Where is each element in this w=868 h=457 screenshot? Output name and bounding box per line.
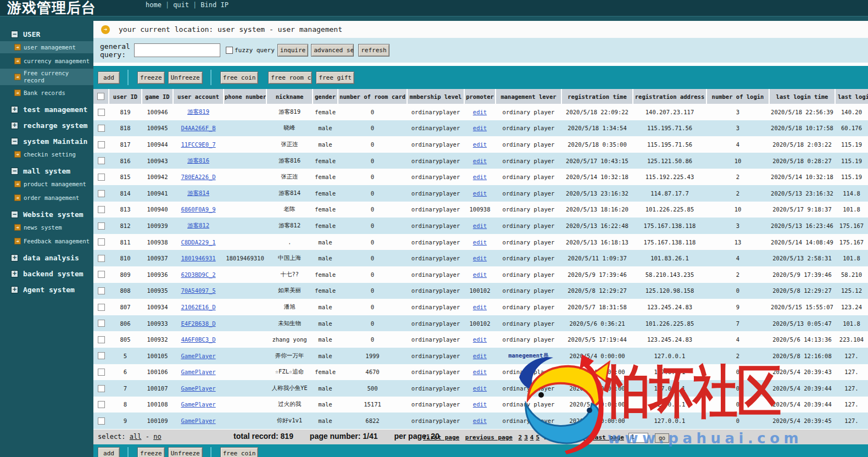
advanced-search-button[interactable]: advanced search — [311, 44, 354, 57]
nav-quit[interactable]: quit — [173, 1, 189, 9]
edit-promoter-link[interactable]: edit — [473, 174, 487, 180]
row-checkbox[interactable] — [98, 190, 105, 197]
select-none-link[interactable]: no — [153, 433, 161, 441]
row-checkbox[interactable] — [98, 141, 105, 148]
user-account-link[interactable]: 游客816 — [187, 157, 209, 164]
sidebar-section-test-management[interactable]: +test management — [0, 104, 93, 115]
user-account-link[interactable]: GamePlayer — [181, 353, 215, 359]
user-account-link[interactable]: 游客814 — [187, 190, 209, 196]
user-account-link[interactable]: D4AA266F_B — [181, 125, 215, 131]
expand-icon[interactable]: + — [11, 106, 18, 113]
sidebar-item-feedback-management[interactable]: ➔Feedback management — [0, 235, 93, 247]
edit-promoter-link[interactable]: edit — [473, 304, 487, 310]
sidebar-section-website-system[interactable]: −Website system — [0, 209, 93, 220]
expand-icon[interactable]: + — [11, 122, 18, 129]
row-checkbox[interactable] — [98, 271, 105, 278]
edit-promoter-link[interactable]: edit — [473, 125, 487, 131]
user-account-link[interactable]: GamePlayer — [181, 401, 215, 408]
row-checkbox[interactable] — [98, 157, 105, 164]
sidebar-item-product-management[interactable]: ➔product management — [0, 178, 93, 190]
inquire-button[interactable]: inquire — [277, 44, 308, 57]
user-account-link[interactable]: 6860F0A9_9 — [181, 206, 215, 213]
row-checkbox[interactable] — [98, 401, 105, 408]
go-button[interactable]: go — [655, 433, 669, 443]
row-checkbox[interactable] — [98, 352, 105, 359]
sidebar-item-bank-records[interactable]: ➔Bank records — [0, 87, 93, 99]
add-button[interactable]: add — [98, 71, 120, 84]
unfreeze-button-bottom[interactable]: Unfreeze — [168, 447, 203, 457]
sidebar-item-checkin-setting[interactable]: ➔checkin setting — [0, 148, 93, 160]
edit-promoter-link[interactable]: edit — [473, 239, 487, 246]
edit-promoter-link[interactable]: edit — [473, 109, 487, 115]
last-page-link[interactable]: last page — [591, 434, 624, 441]
user-account-link[interactable]: 4A6F0BC3_D — [181, 336, 215, 343]
unfreeze-button[interactable]: Unfreeze — [168, 71, 203, 84]
row-checkbox[interactable] — [98, 174, 105, 181]
edit-promoter-link[interactable]: edit — [473, 158, 487, 164]
user-account-link[interactable]: E4F2B638_D — [181, 320, 215, 327]
collapse-icon[interactable]: − — [11, 138, 18, 145]
user-account-link[interactable]: 1801946931 — [181, 255, 215, 261]
user-account-link[interactable]: 21062E16_D — [181, 304, 215, 310]
free-gift-button[interactable]: free gift — [316, 71, 354, 84]
edit-promoter-link[interactable]: edit — [473, 190, 487, 197]
row-checkbox[interactable] — [98, 336, 105, 343]
row-checkbox[interactable] — [98, 222, 105, 230]
user-account-link[interactable]: 游客812 — [187, 222, 209, 228]
query-input[interactable] — [134, 43, 220, 57]
edit-promoter-link[interactable]: edit — [473, 255, 487, 261]
sidebar-section-recharge-system[interactable]: +recharge system — [0, 120, 93, 131]
edit-promoter-link[interactable]: edit — [473, 271, 487, 278]
user-account-link[interactable]: 62D3BD9C_2 — [181, 271, 215, 278]
fuzzy-query-checkbox[interactable] — [226, 47, 233, 54]
expand-icon[interactable]: + — [11, 286, 18, 293]
select-all-link[interactable]: all — [130, 433, 142, 441]
add-button-bottom[interactable]: add — [98, 447, 120, 457]
user-account-link[interactable]: GamePlayer — [181, 385, 215, 392]
row-checkbox[interactable] — [98, 369, 105, 376]
user-account-link[interactable]: 游客819 — [187, 108, 209, 115]
free-coin-button[interactable]: free coin — [220, 71, 259, 84]
edit-promoter-link[interactable]: edit — [473, 141, 487, 148]
collapse-icon[interactable]: − — [11, 211, 18, 218]
sidebar-section-data-analysis[interactable]: +data analysis — [0, 252, 93, 263]
row-checkbox[interactable] — [98, 238, 105, 246]
edit-promoter-link[interactable]: edit — [473, 401, 487, 408]
sidebar-section-agent-system[interactable]: +Agent system — [0, 284, 93, 295]
sidebar-section-backend-system[interactable]: +backend system — [0, 268, 93, 279]
edit-promoter-link[interactable]: edit — [473, 222, 487, 229]
nav-home[interactable]: home — [146, 1, 162, 9]
free-coin-button-bottom[interactable]: free coin — [220, 447, 259, 457]
edit-promoter-link[interactable]: edit — [473, 417, 487, 424]
sidebar-section-system-maintain[interactable]: −system Maintain — [0, 136, 93, 147]
free-room-card-button[interactable]: free room card — [268, 71, 312, 84]
row-checkbox[interactable] — [98, 206, 105, 213]
expand-icon[interactable]: + — [11, 270, 18, 277]
page-jump-input[interactable]: 1 — [628, 433, 648, 443]
user-account-link[interactable]: GamePlayer — [181, 369, 215, 375]
row-checkbox[interactable] — [98, 385, 105, 392]
collapse-icon[interactable]: − — [11, 31, 18, 38]
page-link-3[interactable]: 3 — [524, 434, 528, 441]
nav-bind-ip[interactable]: Bind IP — [201, 1, 229, 9]
row-checkbox[interactable] — [98, 125, 105, 132]
edit-promoter-link[interactable]: edit — [473, 336, 487, 343]
user-account-link[interactable]: C8DDA229_1 — [181, 239, 215, 246]
row-checkbox[interactable] — [98, 417, 105, 425]
refresh-button[interactable]: refresh — [358, 44, 389, 57]
row-checkbox[interactable] — [98, 255, 105, 262]
row-checkbox[interactable] — [98, 287, 105, 294]
collapse-icon[interactable]: − — [11, 168, 18, 175]
sidebar-item-order-management[interactable]: ➔order management — [0, 192, 93, 204]
sidebar-item-news-system[interactable]: ➔news system — [0, 221, 93, 233]
next-page-link[interactable]: next page — [553, 434, 586, 441]
sidebar-section-user[interactable]: −USER — [0, 29, 93, 40]
first-page-link[interactable]: first page — [423, 434, 459, 441]
edit-promoter-link[interactable]: edit — [473, 385, 487, 392]
user-account-link[interactable]: GamePlayer — [181, 417, 215, 424]
freeze-button[interactable]: freeze — [137, 71, 165, 84]
page-link-2[interactable]: 2 — [519, 434, 522, 441]
freeze-button-bottom[interactable]: freeze — [137, 447, 165, 457]
sidebar-item-currency-management[interactable]: ➔currency management — [0, 55, 93, 67]
sidebar-section-mall-system[interactable]: −mall system — [0, 165, 93, 176]
